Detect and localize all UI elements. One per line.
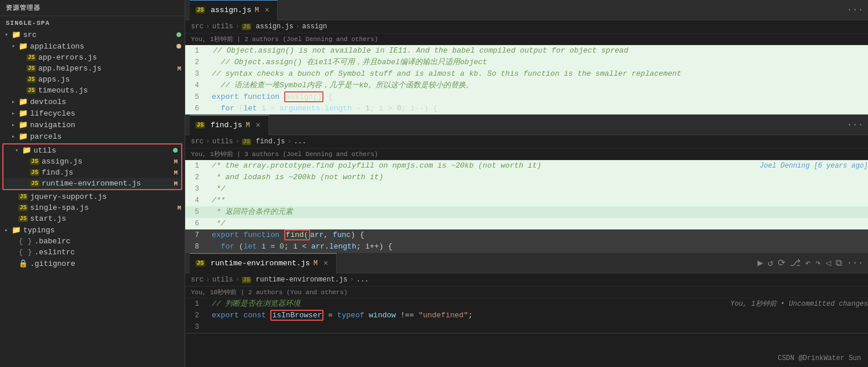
runtime-git-info: You, 10秒钟前 | 2 authors (You and others) (185, 287, 868, 298)
sidebar-item-label: single-spa.js (30, 203, 177, 212)
js-icon: JS (19, 205, 28, 211)
sep: › (296, 23, 300, 31)
line-number: 8 (185, 241, 206, 253)
line-number: 1 (185, 298, 206, 310)
sidebar-item-label: navigation (30, 121, 185, 129)
code-line: 8 for (let i = 0; i < arr.length; i++) { (185, 241, 868, 253)
utils-section: ▾ 📁 utils JS assign.js M JS find.js M JS… (2, 143, 182, 190)
sidebar-item-jquery-support[interactable]: JS jquery-support.js (0, 191, 185, 202)
sidebar-item-babelrc[interactable]: { } .babelrc (0, 236, 185, 247)
sidebar-item-timeouts[interactable]: JS timeouts.js (0, 85, 185, 96)
prev-icon[interactable]: ◁ (826, 257, 832, 269)
project-name: SINGLE-SPA (0, 16, 185, 29)
sidebar-item-applications[interactable]: ▾ 📁 applications (0, 40, 185, 52)
split-icon[interactable]: ⧉ (836, 258, 842, 269)
folder-icon: 📁 (19, 132, 28, 141)
sidebar-item-label: jquery-support.js (30, 192, 185, 201)
folder-icon: 📁 (12, 30, 21, 39)
line-number: 3 (185, 321, 206, 333)
line-content: /* the array.prototype.find polyfill on … (208, 160, 737, 172)
find-git-info: You, 1秒钟前 | 3 authors (Joel Denning and … (185, 149, 868, 160)
tab-find[interactable]: JS find.js M × (190, 115, 269, 135)
editor-scroll[interactable]: JS assign.js M × ··· src › utils › JS as… (185, 0, 868, 367)
sidebar-item-app-errors[interactable]: JS app-errors.js (0, 52, 185, 63)
runtime-code: 1 // 判断是否在浏览器环境 You, 1秒钟前 • Uncommitted … (185, 298, 868, 333)
redo-icon[interactable]: ↷ (815, 257, 821, 269)
more-button[interactable]: ··· (847, 120, 863, 130)
sidebar-item-label: .eslintrc (34, 248, 185, 257)
file-icon: 🔒 (19, 259, 28, 268)
line-number: 2 (185, 172, 206, 183)
line-content: /** (208, 195, 868, 206)
history-icon[interactable]: ↺ (768, 257, 774, 269)
sidebar-item-label: app-errors.js (38, 53, 185, 62)
sidebar-item-find[interactable]: JS find.js M (3, 167, 181, 178)
undo-icon[interactable]: ↶ (805, 257, 811, 269)
sidebar-item-navigation[interactable]: ▸ 📁 navigation (0, 119, 185, 131)
modified-indicator: M (246, 121, 250, 129)
branch-icon[interactable]: ⎇ (790, 257, 800, 269)
sidebar-item-runtime-env[interactable]: JS runtime-environment.js M (3, 178, 181, 189)
sidebar-item-eslintrc[interactable]: { } .eslintrc (0, 247, 185, 258)
sidebar-item-label: start.js (30, 214, 185, 223)
sidebar-item-label: devtools (30, 98, 185, 106)
chevron-right-icon: ▸ (9, 121, 17, 128)
line-content: */ (208, 218, 868, 229)
sidebar-item-start[interactable]: JS start.js (0, 213, 185, 224)
sidebar-item-assign[interactable]: JS assign.js M (3, 156, 181, 167)
js-icon: JS (242, 277, 251, 283)
sidebar-item-app-helpers[interactable]: JS app.helpers.js M (0, 63, 185, 74)
js-icon: JS (196, 260, 205, 266)
sidebar-item-src[interactable]: ▾ 📁 src (0, 29, 185, 40)
sidebar-item-single-spa[interactable]: JS single-spa.js M (0, 202, 185, 213)
modified-badge: M (174, 158, 178, 165)
line-number: 6 (185, 103, 206, 114)
breadcrumb-filename: find.js (256, 138, 285, 146)
close-button[interactable]: × (321, 259, 330, 268)
sidebar-item-lifecycles[interactable]: ▸ 📁 lifecycles (0, 107, 185, 119)
line-number: 5 (185, 91, 206, 103)
more-dots-icon[interactable]: ··· (847, 258, 863, 268)
sidebar-item-apps[interactable]: JS apps.js (0, 74, 185, 85)
sidebar-item-typings[interactable]: ▸ 📁 typings (0, 224, 185, 236)
play-icon[interactable]: ▶ (757, 257, 763, 269)
close-button[interactable]: × (253, 121, 263, 130)
assign-git-info: You, 1秒钟前 | 2 authors (Joel Denning and … (185, 34, 868, 45)
sidebar-item-label: app.helpers.js (38, 64, 177, 73)
breadcrumb-utils: utils (212, 276, 233, 284)
line-content: * and lodash is ~200kb (not worth it) (208, 172, 868, 183)
sidebar-item-devtools[interactable]: ▸ 📁 devtools (0, 96, 185, 107)
close-button[interactable]: × (262, 6, 271, 15)
sync-icon[interactable]: ⟳ (778, 257, 785, 269)
runtime-toolbar: ▶ ↺ ⟳ ⎇ ↶ ↷ ◁ ⧉ ··· (757, 257, 863, 269)
code-line: 2 // Object.assign() 在ie11不可用，并且babel编译的… (185, 57, 868, 68)
find-code: 1 /* the array.prototype.find polyfill o… (185, 160, 868, 253)
line-content: for (let i = arguments.length - 1; i > 0… (208, 103, 868, 114)
editor: JS assign.js M × ··· src › utils › JS as… (185, 0, 868, 367)
chevron-down-icon: ▾ (9, 43, 17, 50)
sidebar-item-utils[interactable]: ▾ 📁 utils (3, 144, 181, 156)
js-icon: JS (27, 87, 36, 94)
js-icon: JS (30, 180, 39, 187)
more-button[interactable]: ··· (847, 5, 863, 15)
sidebar-item-label: .gitignore (30, 260, 185, 268)
line-content: export function find(arr, func) { (208, 229, 868, 241)
runtime-tab-bar: JS runtime-environment.js M × ▶ ↺ ⟳ ⎇ ↶ … (185, 253, 868, 273)
folder-icon: 📁 (19, 42, 28, 51)
sidebar-item-gitignore[interactable]: 🔒 .gitignore (0, 258, 185, 269)
status-dot (176, 44, 181, 49)
tab-runtime[interactable]: JS runtime-environment.js M × (190, 253, 337, 273)
line-number: 3 (185, 183, 206, 195)
tab-assign[interactable]: JS assign.js M × (190, 0, 278, 20)
code-line: 3 */ (185, 183, 868, 195)
sidebar-item-parcels[interactable]: ▸ 📁 parcels (0, 131, 185, 142)
line-content: export const isInBrowser = typeof window… (208, 310, 868, 321)
chevron-down-icon: ▾ (2, 31, 10, 38)
breadcrumb-src: src (191, 23, 204, 31)
line-content: // Object.assign() is not available in I… (209, 45, 868, 57)
sep: › (206, 138, 210, 146)
modified-indicator: M (314, 260, 318, 268)
sidebar-item-label: applications (30, 42, 176, 51)
status-dot (173, 148, 178, 153)
sep: › (236, 23, 240, 31)
